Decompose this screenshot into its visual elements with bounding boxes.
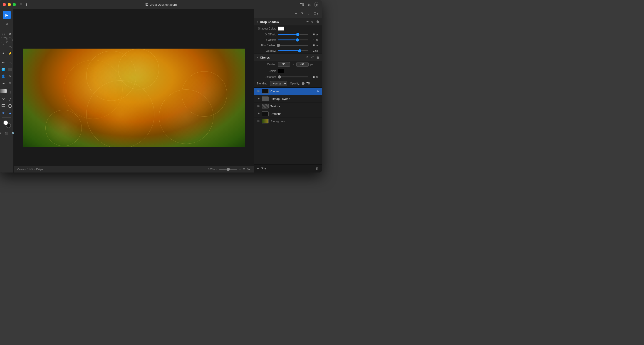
- bokeh-circle-4: [86, 80, 154, 147]
- blending-label: Blending:: [257, 82, 268, 85]
- mag-lasso-tool[interactable]: ⌓: [7, 43, 14, 50]
- blur-tool[interactable]: ☁: [0, 80, 6, 86]
- layer-visibility-icon[interactable]: 👁▾: [261, 166, 266, 171]
- drop-shadow-section: ≡ Drop Shadow 👁 ↺ 🗑 Shadow Color: X Offs…: [254, 18, 322, 54]
- y-offset-slider[interactable]: [278, 39, 308, 40]
- file-icon: 🖼: [145, 3, 148, 6]
- blending-select[interactable]: Normal Multiply Screen Overlay: [270, 81, 287, 86]
- line-tool[interactable]: |: [6, 58, 15, 67]
- zoom-tool[interactable]: ⊕: [3, 19, 11, 28]
- opacity-value: 72%: [310, 49, 318, 52]
- drop-shadow-reset-icon[interactable]: ↺: [311, 20, 314, 23]
- visibility-panel-icon[interactable]: 👁: [300, 11, 305, 16]
- layer-item-texture[interactable]: 👁 Texture: [254, 103, 322, 110]
- layers-bottom-bar: + 👁▾ 🗑: [254, 164, 322, 172]
- zoom-slider[interactable]: [219, 169, 237, 170]
- sidebar-toggle-icon[interactable]: ⊟: [20, 2, 22, 7]
- bokeh-circle-6: [182, 71, 227, 117]
- zoom-in-icon[interactable]: +: [239, 167, 241, 171]
- sharpen-tool[interactable]: ☀: [7, 80, 14, 86]
- shadow-color-row: Shadow Color:: [254, 25, 322, 32]
- opacity-slider[interactable]: [278, 50, 308, 51]
- zoom-fit-icon[interactable]: ⊡: [243, 168, 245, 171]
- rect-select-tool[interactable]: [1, 37, 6, 43]
- lasso-tool[interactable]: ⌒: [0, 43, 6, 50]
- tools-panel-icon[interactable]: T⇅: [300, 3, 305, 6]
- maximize-button[interactable]: [13, 3, 16, 6]
- straight-line-tool[interactable]: ╱: [7, 96, 14, 102]
- circles-distance-slider[interactable]: [278, 76, 308, 77]
- pen-tool[interactable]: ✒: [0, 59, 6, 66]
- layer-eye-circles[interactable]: 👁: [257, 89, 260, 93]
- zoom-menu-icon[interactable]: ⊕▾: [247, 168, 250, 171]
- quick-sel-tool[interactable]: ⚡: [7, 50, 14, 56]
- circles-center-y[interactable]: [296, 62, 308, 67]
- magic-wand-tool[interactable]: ✦: [0, 50, 6, 56]
- default-colors-icon[interactable]: ⬛: [4, 130, 10, 137]
- zoom-out-icon[interactable]: -: [216, 168, 217, 171]
- bezier-tool[interactable]: ⌥: [0, 96, 6, 102]
- drop-shadow-visibility-icon[interactable]: 👁: [306, 20, 309, 23]
- ellipse-shape-tool[interactable]: [8, 104, 12, 108]
- circles-opacity-thumb[interactable]: [302, 82, 304, 85]
- drop-shadow-header[interactable]: ≡ Drop Shadow 👁 ↺ 🗑: [254, 18, 322, 25]
- circles-reset-icon[interactable]: ↺: [311, 56, 314, 59]
- text-tool[interactable]: T: [7, 89, 14, 96]
- layer-eye-background[interactable]: 👁: [257, 119, 260, 123]
- ellipse-select-tool[interactable]: [7, 37, 12, 43]
- opacity-label-2: Opacity:: [290, 82, 300, 85]
- p-icon[interactable]: p: [314, 2, 319, 7]
- arrow-shape-tool[interactable]: ▲: [7, 110, 14, 116]
- add-effect-button[interactable]: +: [294, 11, 298, 16]
- delete-layer-icon[interactable]: 🗑: [316, 167, 319, 171]
- canvas-content: [14, 29, 254, 166]
- background-color[interactable]: [3, 120, 8, 125]
- smudge-tool[interactable]: ✳: [7, 73, 14, 79]
- layer-item-background[interactable]: 👁 Background: [254, 118, 322, 125]
- circles-center-x[interactable]: [278, 62, 290, 67]
- canvas-area[interactable]: Canvas: 1143 × 400 px 200% - + ⊡ ⊕▾: [14, 9, 254, 172]
- minimize-button[interactable]: [8, 3, 11, 6]
- layer-item-defocus[interactable]: 👁 Defocus: [254, 110, 322, 118]
- panel-toolbar: + 👁 ↓ ⚙▾: [254, 9, 322, 18]
- gradient-tool[interactable]: [0, 89, 6, 93]
- settings-panel-icon[interactable]: ⚙▾: [312, 10, 319, 16]
- circles-color-swatch[interactable]: [278, 69, 284, 73]
- layer-item-circles[interactable]: 👁 Circles fx: [254, 88, 322, 95]
- layer-eye-defocus[interactable]: 👁: [257, 112, 260, 115]
- layer-eye-bitmap5[interactable]: 👁: [257, 97, 260, 100]
- close-button[interactable]: [3, 3, 6, 6]
- transform-tool[interactable]: ✕: [7, 31, 14, 37]
- fx-icon[interactable]: fx: [308, 3, 311, 6]
- swap-colors-icon[interactable]: ⇄: [0, 130, 3, 137]
- circles-section: ≡ Circles 👁 ↺ 🗑 Center: px px Color:: [254, 54, 322, 88]
- star-shape-tool[interactable]: ★: [0, 110, 6, 116]
- eraser-tool[interactable]: ⬛: [7, 66, 14, 73]
- add-layer-icon[interactable]: +: [257, 167, 259, 171]
- rect-shape-tool[interactable]: [2, 104, 5, 107]
- blur-radius-value: 0 px: [310, 44, 318, 47]
- circles-header[interactable]: ≡ Circles 👁 ↺ 🗑: [254, 54, 322, 61]
- layer-thumb-circles: [262, 89, 269, 93]
- titlebar-left-icons: ⊟ ⬆: [20, 2, 28, 7]
- crop-tool[interactable]: ⬚: [0, 31, 6, 37]
- blur-radius-slider[interactable]: [278, 45, 308, 46]
- drop-shadow-delete-icon[interactable]: 🗑: [316, 20, 319, 23]
- pointer-tool[interactable]: ▶: [3, 11, 11, 19]
- circles-visibility-icon[interactable]: 👁: [306, 56, 309, 59]
- x-offset-slider[interactable]: [278, 34, 308, 35]
- circles-center-row: Center: px px: [254, 61, 322, 68]
- circles-delete-icon[interactable]: 🗑: [316, 56, 319, 59]
- layer-name-bitmap5: Bitmap Layer 5: [270, 97, 319, 100]
- layer-eye-texture[interactable]: 👁: [257, 104, 260, 108]
- shadow-color-swatch[interactable]: [278, 26, 284, 31]
- paint-bucket-tool[interactable]: 🪣: [0, 66, 6, 73]
- layer-fx-circles: fx: [317, 90, 319, 93]
- share-icon[interactable]: ⬆: [25, 2, 28, 7]
- download-panel-icon[interactable]: ↓: [307, 11, 311, 16]
- stamp-tool[interactable]: 👤: [0, 73, 6, 79]
- layer-item-bitmap5[interactable]: 👁 Bitmap Layer 5: [254, 95, 322, 103]
- circles-distance-row: Distance: 8 px: [254, 74, 322, 80]
- layer-name-texture: Texture: [270, 105, 319, 108]
- color-picker[interactable]: [3, 120, 11, 128]
